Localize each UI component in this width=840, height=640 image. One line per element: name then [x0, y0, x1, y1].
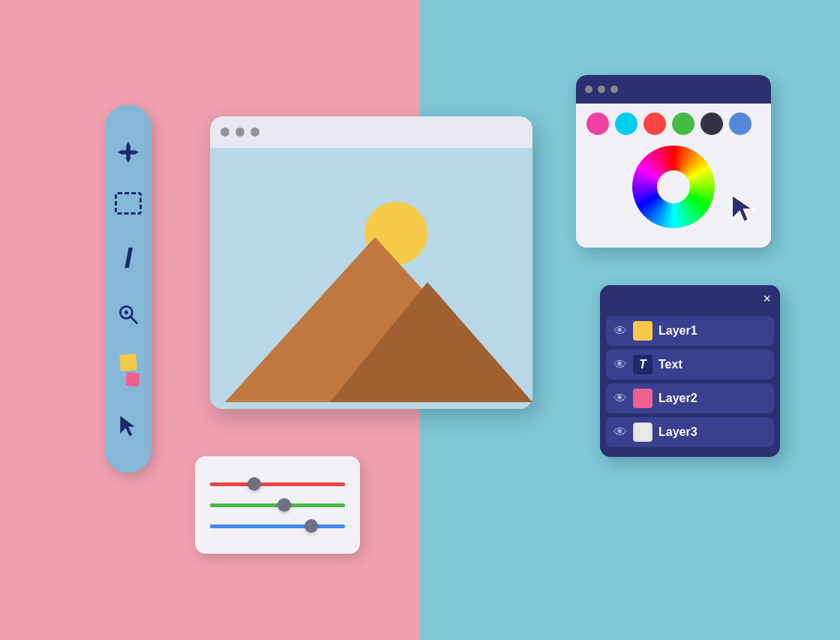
svg-marker-2	[118, 149, 123, 155]
slider-row-green	[210, 500, 345, 510]
slider-thumb-blue[interactable]	[304, 519, 318, 533]
canvas-titlebar	[210, 116, 532, 148]
svg-marker-3	[134, 149, 139, 155]
swatch-red[interactable]	[644, 113, 666, 135]
sliders-panel	[195, 456, 360, 554]
layer-row[interactable]: 👁 Layer2	[606, 383, 774, 413]
eye-icon: 👁	[614, 323, 627, 339]
eye-icon: 👁	[614, 425, 627, 440]
swatch-blue[interactable]	[729, 113, 752, 135]
layer-name-3: Layer3	[658, 425, 698, 439]
selection-tool[interactable]	[115, 192, 142, 215]
svg-marker-0	[125, 141, 130, 146]
titlebar-dot-2	[236, 128, 244, 137]
layer-row[interactable]: 👁 Layer1	[606, 316, 774, 346]
layer-thumb-1	[633, 321, 652, 341]
color-picker-titlebar	[576, 75, 771, 104]
close-button[interactable]: ×	[763, 291, 771, 307]
layers-titlebar: ×	[600, 285, 780, 312]
color-wheel[interactable]	[632, 146, 715, 228]
swatch-cyan[interactable]	[615, 113, 638, 135]
color-picker-window	[576, 75, 771, 248]
move-tool[interactable]	[116, 140, 140, 164]
slider-track-green	[210, 503, 345, 507]
canvas-window	[210, 116, 532, 409]
slider-track-red	[210, 482, 345, 486]
eye-icon: 👁	[614, 391, 627, 407]
slider-thumb-green[interactable]	[278, 498, 291, 512]
eye-icon: 👁	[614, 357, 627, 373]
swatch-dark[interactable]	[700, 113, 723, 135]
svg-line-7	[131, 317, 138, 324]
cursor-tool[interactable]	[116, 413, 140, 437]
stickers-tool[interactable]	[120, 354, 136, 386]
layer-thumb-3	[633, 422, 652, 442]
svg-marker-10	[120, 416, 135, 437]
zoom-tool[interactable]	[116, 302, 140, 326]
color-wheel-area[interactable]	[576, 141, 771, 234]
color-wheel-center	[657, 170, 690, 203]
color-swatches	[576, 104, 771, 141]
text-tool[interactable]: I	[124, 242, 133, 275]
cp-dot-2	[598, 86, 605, 93]
cp-dot-1	[585, 86, 592, 93]
slider-thumb-red[interactable]	[248, 477, 261, 491]
titlebar-dot-1	[220, 128, 230, 137]
swatch-green[interactable]	[672, 113, 694, 135]
slider-track-blue	[210, 524, 345, 528]
slider-row-blue	[210, 521, 345, 531]
canvas-content	[210, 148, 532, 409]
toolbar: I	[105, 105, 152, 473]
layer-name-2: Layer2	[658, 392, 698, 405]
color-cursor	[729, 192, 759, 228]
layer-row[interactable]: 👁 Layer3	[606, 417, 774, 447]
layer-text-icon: T	[633, 355, 652, 374]
layer-name-text: Text	[658, 358, 682, 371]
svg-rect-5	[123, 150, 134, 154]
svg-marker-1	[125, 158, 130, 163]
swatch-pink[interactable]	[586, 113, 609, 135]
slider-row-red	[210, 479, 345, 489]
svg-marker-15	[732, 195, 753, 222]
layer-row[interactable]: 👁 T Text	[606, 350, 774, 380]
cp-dot-3	[610, 86, 618, 93]
layer-name-1: Layer1	[658, 324, 698, 338]
mountain-scene	[210, 155, 532, 402]
titlebar-dot-3	[250, 128, 260, 137]
layers-panel: × 👁 Layer1 👁 T Text 👁 Layer2 👁 Layer3	[600, 285, 780, 457]
layer-thumb-2	[633, 389, 652, 408]
